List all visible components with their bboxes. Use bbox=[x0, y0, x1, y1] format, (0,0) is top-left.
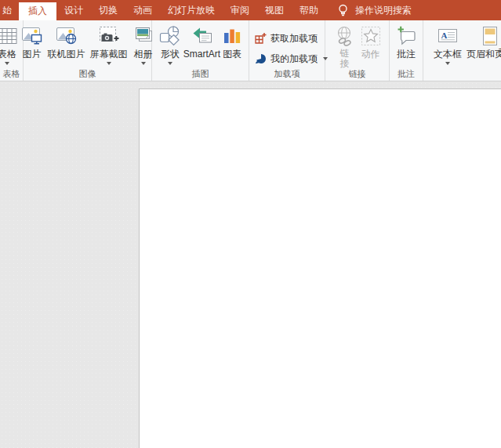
chevron-down-icon bbox=[107, 62, 111, 65]
store-addins-icon bbox=[254, 32, 267, 45]
tab-insert[interactable]: 插入 bbox=[19, 2, 56, 20]
group-links: 链接 动作 链接 bbox=[325, 20, 390, 81]
tab-home-partial[interactable]: 始 bbox=[0, 0, 19, 20]
tab-design[interactable]: 设计 bbox=[56, 0, 91, 20]
new-comment-button-label: 批注 bbox=[397, 49, 416, 60]
header-footer-button-label: 页眉和页脚 bbox=[467, 49, 501, 60]
shapes-button[interactable]: 形状 bbox=[158, 22, 183, 65]
online-picture-icon bbox=[56, 23, 78, 49]
chart-button[interactable]: 图表 bbox=[221, 22, 243, 60]
group-links-label: 链接 bbox=[325, 68, 389, 80]
textbox-button[interactable]: A 文本框 bbox=[431, 22, 464, 65]
header-footer-icon bbox=[481, 23, 499, 49]
my-addins-button[interactable]: 我的加载项 bbox=[254, 52, 328, 66]
textbox-button-label: 文本框 bbox=[434, 49, 462, 60]
tab-animations[interactable]: 动画 bbox=[125, 0, 160, 20]
link-button: 链接 bbox=[332, 22, 358, 69]
shapes-icon bbox=[158, 23, 182, 49]
comment-icon bbox=[396, 23, 417, 49]
chart-button-label: 图表 bbox=[223, 49, 241, 60]
group-addins-label: 加载项 bbox=[249, 68, 325, 80]
shapes-button-label: 形状 bbox=[161, 49, 180, 60]
group-images-label: 图像 bbox=[24, 68, 151, 80]
group-comments-label: 批注 bbox=[390, 68, 423, 80]
group-text: A 文本框 页眉和页脚 艺 bbox=[423, 20, 501, 81]
table-icon bbox=[0, 23, 17, 49]
tab-help[interactable]: 帮助 bbox=[292, 0, 326, 20]
picture-button-label: 图片 bbox=[23, 49, 42, 60]
action-button: 动作 bbox=[358, 22, 383, 60]
ribbon-tab-bar: 始 插入 设计 切换 动画 幻灯片放映 审阅 视图 帮助 操作说明搜索 bbox=[0, 0, 501, 20]
screenshot-button[interactable]: 屏幕截图 bbox=[88, 22, 130, 65]
group-table-label: 表格 bbox=[0, 68, 23, 80]
group-images: 图片 联机图片 bbox=[24, 20, 152, 81]
tab-review[interactable]: 审阅 bbox=[223, 0, 257, 20]
get-addins-label: 获取加载项 bbox=[270, 32, 318, 45]
group-addins: 获取加载项 我的加载项 加载项 bbox=[249, 20, 325, 81]
tell-me-search[interactable]: 操作说明搜索 bbox=[337, 0, 412, 20]
smartart-button-label: SmartArt bbox=[183, 49, 220, 60]
table-button-label: 表格 bbox=[0, 49, 16, 60]
picture-icon bbox=[21, 23, 43, 49]
chevron-down-icon bbox=[445, 62, 450, 65]
group-illustrations: 形状 SmartArt bbox=[152, 20, 249, 81]
tab-view[interactable]: 视图 bbox=[257, 0, 292, 20]
photo-album-icon bbox=[133, 23, 154, 49]
header-footer-button[interactable]: 页眉和页脚 bbox=[464, 22, 501, 60]
group-illustrations-label: 插图 bbox=[152, 68, 249, 80]
tab-slideshow[interactable]: 幻灯片放映 bbox=[160, 0, 223, 20]
chevron-down-icon bbox=[5, 62, 9, 65]
group-comments: 批注 批注 bbox=[390, 20, 423, 81]
tab-transitions[interactable]: 切换 bbox=[91, 0, 125, 20]
action-icon bbox=[361, 23, 381, 49]
online-pictures-button-label: 联机图片 bbox=[48, 49, 85, 60]
new-comment-button[interactable]: 批注 bbox=[394, 22, 419, 60]
picture-button[interactable]: 图片 bbox=[19, 22, 45, 60]
link-button-label: 链接 bbox=[339, 49, 350, 69]
my-addins-icon bbox=[254, 52, 267, 65]
lightbulb-icon bbox=[337, 3, 349, 18]
screenshot-icon bbox=[98, 23, 120, 49]
chevron-down-icon bbox=[141, 62, 146, 65]
tell-me-label: 操作说明搜索 bbox=[355, 0, 412, 20]
link-icon bbox=[334, 23, 356, 49]
table-button[interactable]: 表格 bbox=[0, 22, 20, 65]
smartart-icon bbox=[191, 23, 214, 49]
get-addins-button[interactable]: 获取加载项 bbox=[254, 31, 318, 45]
workspace bbox=[0, 81, 501, 448]
textbox-icon: A bbox=[437, 23, 458, 49]
online-pictures-button[interactable]: 联机图片 bbox=[45, 22, 88, 60]
my-addins-label: 我的加载项 bbox=[270, 52, 318, 66]
chart-icon bbox=[222, 23, 242, 49]
chevron-down-icon bbox=[168, 62, 172, 65]
smartart-button[interactable]: SmartArt bbox=[183, 22, 221, 60]
slide-canvas[interactable] bbox=[139, 89, 501, 448]
photo-album-button-label: 相册 bbox=[134, 49, 153, 60]
screenshot-button-label: 屏幕截图 bbox=[90, 49, 128, 60]
ribbon-insert: 表格 表格 图片 bbox=[0, 20, 501, 81]
svg-text:A: A bbox=[441, 31, 448, 40]
action-button-label: 动作 bbox=[361, 49, 380, 60]
